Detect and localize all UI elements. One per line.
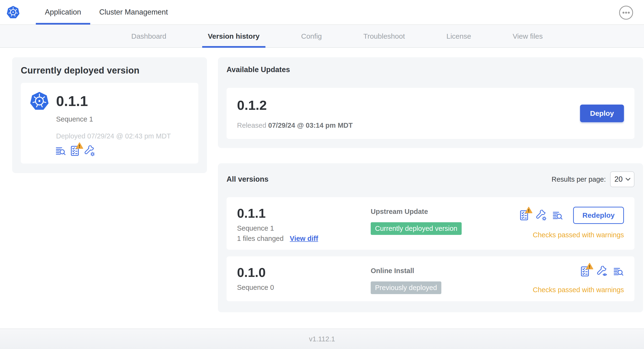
warning-triangle-icon: [76, 142, 83, 149]
ellipsis-icon: [619, 5, 634, 20]
version-row-0-1-1: 0.1.1 Sequence 1 1 files changed View di…: [226, 197, 634, 250]
warning-triangle-icon: [525, 206, 532, 214]
diff-search-icon: [55, 146, 66, 156]
preflight-checks-button[interactable]: [70, 146, 80, 156]
console-version: v1.112.1: [309, 335, 335, 343]
row-sequence: Sequence 1: [237, 224, 371, 232]
kubernetes-logo: [6, 5, 20, 19]
diff-search-icon: [552, 210, 563, 221]
kubernetes-app-icon: [29, 91, 50, 111]
warning-triangle-icon: [586, 262, 594, 270]
deployed-status-badge: Previously deployed: [371, 282, 441, 294]
checks-status-text: Checks passed with warnings: [533, 231, 624, 239]
tab-cluster-management-label: Cluster Management: [99, 8, 168, 16]
tab-cluster-management[interactable]: Cluster Management: [90, 0, 177, 24]
row-version-number: 0.1.0: [237, 265, 371, 280]
subnav-tab-view-files[interactable]: View files: [507, 25, 548, 48]
redeploy-button[interactable]: Redeploy: [573, 207, 624, 224]
main-content: Currently deployed version 0.1.1 Sequenc…: [0, 48, 644, 328]
row-source-label: Upstream Update: [371, 208, 519, 216]
view-diff-button[interactable]: [552, 210, 563, 221]
wrench-gear-icon: [536, 210, 546, 221]
wrench-gear-icon: [84, 146, 95, 156]
current-version-card: Currently deployed version 0.1.1 Sequenc…: [12, 57, 207, 173]
available-updates-title: Available Updates: [226, 66, 634, 74]
subnav-tab-troubleshoot[interactable]: Troubleshoot: [358, 25, 410, 48]
app-subnav: Dashboard Version history Config Trouble…: [0, 25, 644, 48]
chevron-down-icon: [626, 178, 631, 181]
released-date: 07/29/24 @ 03:14 pm MDT: [268, 122, 353, 129]
row-source-label: Online Install: [371, 267, 519, 275]
preflight-checks-button[interactable]: [519, 210, 530, 221]
results-per-page-label: Results per page:: [552, 176, 606, 183]
view-diff-link[interactable]: View diff: [290, 235, 318, 242]
subnav-tab-version-history[interactable]: Version history: [202, 25, 266, 48]
view-diff-button[interactable]: [613, 266, 624, 277]
results-per-page-select[interactable]: 20: [610, 172, 634, 187]
all-versions-card: All versions Results per page: 20 0.1.1 …: [218, 163, 643, 312]
diff-search-icon: [613, 266, 624, 277]
update-released-date: Released 07/29/24 @ 03:14 pm MDT: [237, 122, 352, 130]
update-version-number: 0.1.2: [237, 98, 352, 113]
current-version-deployed-date: Deployed 07/29/24 @ 02:43 pm MDT: [56, 132, 190, 140]
edit-config-button[interactable]: [84, 146, 95, 156]
overflow-menu-button[interactable]: [619, 5, 634, 20]
current-version-sequence: Sequence 1: [56, 115, 190, 123]
app-footer: v1.112.1: [0, 328, 644, 349]
row-version-number: 0.1.1: [237, 206, 371, 220]
edit-config-button[interactable]: [536, 210, 546, 221]
released-prefix: Released: [237, 122, 266, 129]
results-per-page-value: 20: [614, 175, 622, 184]
version-row-0-1-0: 0.1.0 Sequence 0 Online Install Previous…: [226, 256, 634, 301]
files-changed-label: 1 files changed: [237, 235, 284, 242]
preflight-checks-button[interactable]: [580, 266, 590, 277]
row-sequence: Sequence 0: [237, 284, 371, 292]
current-version-number: 0.1.1: [56, 93, 88, 109]
view-diff-button[interactable]: [55, 146, 66, 156]
primary-nav: Application Cluster Management: [36, 0, 177, 24]
available-update-row: 0.1.2 Released 07/29/24 @ 03:14 pm MDT D…: [226, 88, 634, 139]
tab-application-label: Application: [45, 8, 81, 16]
checks-status-text: Checks passed with warnings: [533, 286, 624, 294]
available-updates-card: Available Updates 0.1.2 Released 07/29/2…: [218, 57, 643, 148]
deploy-button[interactable]: Deploy: [580, 104, 624, 122]
subnav-tab-dashboard[interactable]: Dashboard: [126, 25, 172, 48]
subnav-tab-config[interactable]: Config: [296, 25, 328, 48]
view-config-button[interactable]: [596, 266, 607, 277]
app-header: Application Cluster Management: [0, 0, 644, 25]
subnav-tab-license[interactable]: License: [441, 25, 477, 48]
all-versions-title: All versions: [226, 175, 268, 184]
current-version-panel: 0.1.1 Sequence 1 Deployed 07/29/24 @ 02:…: [21, 83, 198, 164]
deployed-status-badge: Currently deployed version: [371, 222, 462, 235]
wrench-eye-icon: [596, 266, 607, 277]
tab-application[interactable]: Application: [36, 0, 90, 24]
current-version-title: Currently deployed version: [21, 66, 198, 76]
